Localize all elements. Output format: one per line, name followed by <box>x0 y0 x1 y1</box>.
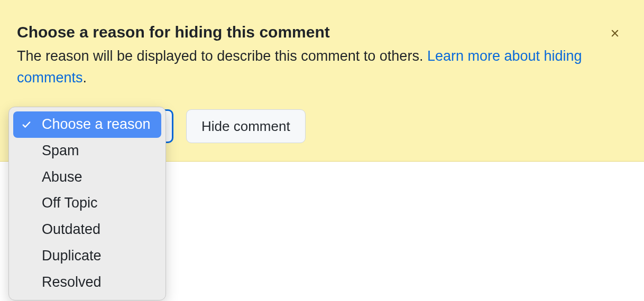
dropdown-option-outdated[interactable]: Outdated <box>9 217 165 243</box>
controls-row: Choose a reason Choose a reason Spam Abu… <box>17 109 627 143</box>
banner-description-text: The reason will be displayed to describe… <box>17 48 427 64</box>
banner-description-suffix: . <box>83 70 87 86</box>
dropdown-option-abuse[interactable]: Abuse <box>9 164 165 191</box>
dropdown-option-label: Off Topic <box>42 195 98 211</box>
banner-description: The reason will be displayed to describe… <box>17 45 627 88</box>
reason-select[interactable]: Choose a reason Choose a reason Spam Abu… <box>17 109 173 143</box>
dropdown-option-label: Duplicate <box>42 248 102 264</box>
dropdown-option-duplicate[interactable]: Duplicate <box>9 243 165 269</box>
hide-comment-button[interactable]: Hide comment <box>186 109 306 143</box>
check-icon <box>22 120 31 129</box>
dropdown-option-label: Choose a reason <box>42 116 151 132</box>
hide-comment-banner: Choose a reason for hiding this comment … <box>0 0 644 162</box>
dropdown-option-resolved[interactable]: Resolved <box>9 269 165 296</box>
dropdown-option-label: Outdated <box>42 221 100 237</box>
dropdown-option-label: Abuse <box>42 169 82 185</box>
dropdown-option-spam[interactable]: Spam <box>9 138 165 164</box>
dropdown-option-label: Spam <box>42 143 79 158</box>
banner-title: Choose a reason for hiding this comment <box>17 23 627 41</box>
dropdown-option-off-topic[interactable]: Off Topic <box>9 190 165 217</box>
reason-dropdown: Choose a reason Spam Abuse Off Topic Out… <box>8 107 166 300</box>
dropdown-option-label: Resolved <box>42 274 102 290</box>
close-button[interactable] <box>607 25 623 43</box>
dropdown-option-placeholder[interactable]: Choose a reason <box>13 111 161 138</box>
close-icon <box>609 27 621 41</box>
